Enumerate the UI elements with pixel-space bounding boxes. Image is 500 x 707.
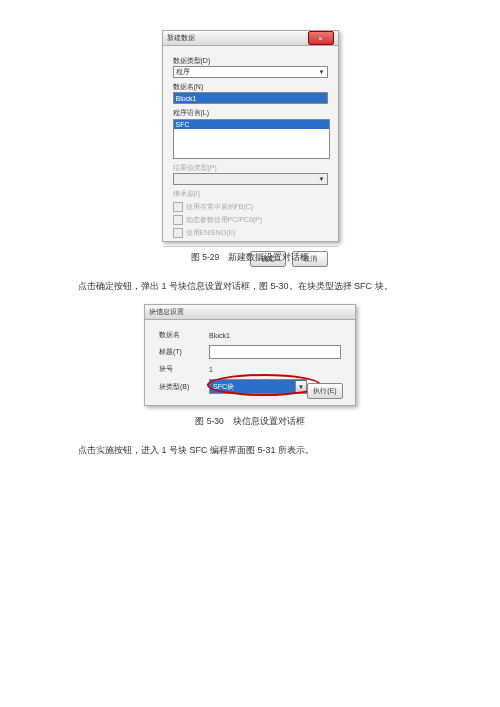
block-info-dialog: 块信息设置 数据名 Block1 标题(T) 块号 1 块类型(B) SFC块 … xyxy=(144,304,356,406)
block-type-value: SFC块 xyxy=(213,382,234,392)
caption-5-30: 图 5-30 块信息设置对话框 xyxy=(60,416,440,428)
caption-5-29: 图 5-29 新建数据设置对话框 xyxy=(60,252,440,264)
data-name-value: Block1 xyxy=(176,95,197,102)
execute-button[interactable]: 执行(E) xyxy=(307,383,343,399)
close-icon[interactable]: × xyxy=(308,31,334,45)
checkbox-icon xyxy=(173,202,183,212)
chk-eneno: 使用EN/ENO(E) xyxy=(173,228,328,238)
checkbox-icon xyxy=(173,215,183,225)
chevron-down-icon: ▼ xyxy=(319,176,325,182)
data-name-label2: 数据名 xyxy=(159,330,209,340)
block-type-select[interactable]: SFC块 ▼ xyxy=(209,379,307,394)
chevron-down-icon: ▼ xyxy=(319,69,325,75)
ret-type-label: 结果值类型(P) xyxy=(173,163,328,173)
dialog2-title: 块信息设置 xyxy=(149,307,351,317)
block-no-value: 1 xyxy=(209,366,341,373)
dialog2-titlebar: 块信息设置 xyxy=(145,305,355,320)
block-type-label: 块类型(B) xyxy=(159,382,209,392)
inherit-label: 继承源(I) xyxy=(173,189,328,199)
data-type-label: 数据类型(D) xyxy=(173,56,328,66)
dialog1-body: 数据类型(D) 程序 ▼ 数据名(N) Block1 程序语言(L) SFC 结… xyxy=(163,46,338,242)
title-input[interactable] xyxy=(209,345,341,359)
chevron-down-icon: ▼ xyxy=(295,381,306,392)
data-type-value: 程序 xyxy=(176,67,190,77)
prog-lang-selected: SFC xyxy=(174,120,329,129)
dialog1-title: 新建数据 xyxy=(167,33,308,43)
data-type-select[interactable]: 程序 ▼ xyxy=(173,66,328,78)
data-name-label: 数据名(N) xyxy=(173,82,328,92)
title-label2: 标题(T) xyxy=(159,347,209,357)
prog-lang-label: 程序语言(L) xyxy=(173,108,328,118)
chk-fb: 使用在常中算的FB(C) xyxy=(173,202,328,212)
new-data-dialog: 新建数据 × 数据类型(D) 程序 ▼ 数据名(N) Block1 程序语言(L… xyxy=(162,30,339,242)
paragraph-1: 点击确定按钮，弹出 1 号块信息设置对话框，图 5-30。在块类型选择 SFC … xyxy=(60,278,440,294)
block-no-label: 块号 xyxy=(159,364,209,374)
prog-lang-list[interactable]: SFC xyxy=(173,119,330,159)
chk-pc: 动态参数使用PC/PC8(P) xyxy=(173,215,328,225)
data-name-input[interactable]: Block1 xyxy=(173,92,328,104)
dialog1-titlebar: 新建数据 × xyxy=(163,31,338,46)
paragraph-2: 点击实施按钮，进入 1 号块 SFC 编程界面图 5-31 所表示。 xyxy=(60,442,440,458)
ret-type-select: ▼ xyxy=(173,173,328,185)
data-name-value2: Block1 xyxy=(209,332,341,339)
checkbox-icon xyxy=(173,228,183,238)
